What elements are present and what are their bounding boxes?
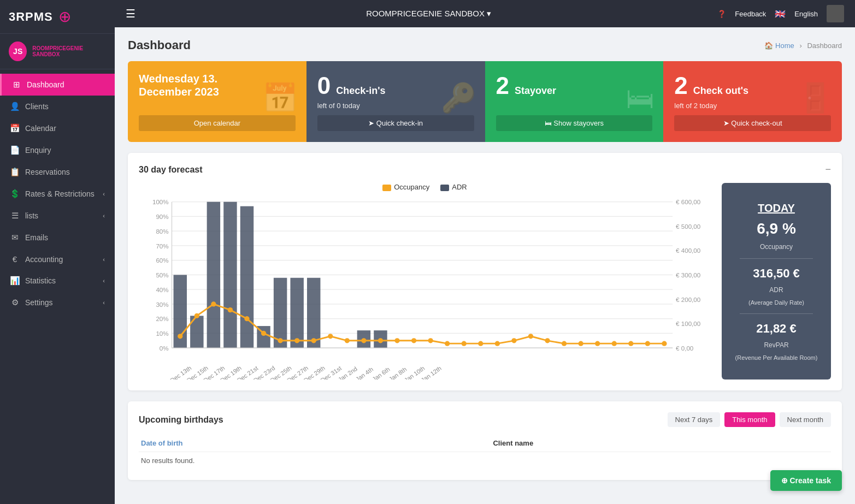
legend-label: ADR <box>452 183 467 191</box>
nav-label-reservations: Reservations <box>25 168 70 176</box>
sidebar-nav: ⊞Dashboard👤Clients📅Calendar📄Enquiry📋Rese… <box>0 69 115 504</box>
nav-icon-emails: ✉ <box>10 233 20 242</box>
user-area: JS ROOMPRICEGENIE SANDBOX <box>0 34 115 69</box>
create-task-button[interactable]: ⊕ Create task <box>770 470 842 491</box>
today-occupancy-label: Occupancy <box>760 243 793 251</box>
nav-label-accounting: Accounting <box>25 255 63 264</box>
forecast-header: 30 day forecast − <box>139 164 831 175</box>
svg-rect-36 <box>290 278 303 348</box>
nav-icon-accounting: € <box>10 254 20 264</box>
language-label[interactable]: English <box>794 10 818 18</box>
svg-text:0%: 0% <box>160 345 169 352</box>
sidebar-item-enquiry[interactable]: 📄Enquiry <box>0 139 115 161</box>
feedback-link[interactable]: Feedback <box>735 10 766 18</box>
nav-label-settings: Settings <box>25 298 53 307</box>
filter-tabs: Next 7 daysThis monthNext month <box>668 412 831 427</box>
svg-point-74 <box>428 338 433 343</box>
forecast-title: 30 day forecast <box>139 165 203 175</box>
language-flag: 🇬🇧 <box>775 9 786 19</box>
col-dob: Date of birth <box>139 435 491 452</box>
svg-text:10%: 10% <box>156 330 168 337</box>
nav-arrow-rates-restrictions: ‹ <box>103 191 105 197</box>
forecast-collapse-icon[interactable]: − <box>825 164 831 175</box>
nav-icon-calendar: 📅 <box>10 123 20 133</box>
col-name: Client name <box>491 435 831 452</box>
svg-point-66 <box>294 338 299 343</box>
chart-area: OccupancyADR 0%10%20%30%40%50%60%70%80%9… <box>139 183 711 380</box>
sidebar-item-dashboard[interactable]: ⊞Dashboard <box>0 74 115 96</box>
today-revpar-value: 21,82 € <box>756 322 796 336</box>
birthdays-header: Upcoming birthdays Next 7 daysThis month… <box>139 412 831 427</box>
sidebar-item-rates-restrictions[interactable]: 💲Rates & Restrictions‹ <box>0 183 115 205</box>
legend-item-occupancy: Occupancy <box>382 183 429 191</box>
svg-point-60 <box>194 313 199 318</box>
nav-label-rates-restrictions: Rates & Restrictions <box>25 189 95 198</box>
card-icon: 🔑 <box>441 81 476 115</box>
topbar-right: ❓ Feedback 🇬🇧 English <box>717 5 844 22</box>
card-label: Check-in's <box>336 85 385 97</box>
svg-point-67 <box>311 338 316 343</box>
nav-icon-lists: ☰ <box>10 211 20 221</box>
sidebar-item-settings[interactable]: ⚙Settings‹ <box>0 292 115 313</box>
page-title: Dashboard <box>128 38 191 52</box>
svg-point-63 <box>244 316 249 321</box>
user-org: ROOMPRICEGENIE SANDBOX <box>32 45 106 57</box>
card-link-calendar-card[interactable]: Open calendar <box>139 115 296 131</box>
breadcrumb-row: Dashboard 🏠 Home › Dashboard <box>128 38 842 52</box>
svg-point-71 <box>378 338 383 343</box>
svg-point-87 <box>645 341 650 346</box>
help-icon[interactable]: ❓ <box>717 10 726 18</box>
svg-point-77 <box>478 341 483 346</box>
nav-icon-rates-restrictions: 💲 <box>10 189 20 199</box>
content-area: Dashboard 🏠 Home › Dashboard Wednesday 1… <box>115 27 855 504</box>
sidebar-item-reservations[interactable]: 📋Reservations <box>0 161 115 183</box>
svg-text:50%: 50% <box>156 271 168 278</box>
cards-row: Wednesday 13. December 2023 📅 Open calen… <box>128 61 842 142</box>
checkins-card: 0 Check-in's left of 0 today 🔑 ➤ Quick c… <box>306 61 485 142</box>
filter-tab-next-month[interactable]: Next month <box>780 412 831 427</box>
sidebar-item-clients[interactable]: 👤Clients <box>0 96 115 117</box>
divider2 <box>740 313 813 314</box>
svg-point-70 <box>361 338 366 343</box>
card-link-checkout-card[interactable]: ➤ Quick check-out <box>674 115 831 131</box>
svg-point-78 <box>495 341 500 346</box>
forecast-body: OccupancyADR 0%10%20%30%40%50%60%70%80%9… <box>139 183 831 380</box>
sidebar-item-calendar[interactable]: 📅Calendar <box>0 117 115 139</box>
logo-text: 3RPMS <box>9 10 53 24</box>
svg-point-80 <box>528 334 533 339</box>
nav-label-dashboard: Dashboard <box>27 80 64 89</box>
card-number: 0 <box>317 72 331 99</box>
card-link-checkins-card[interactable]: ➤ Quick check-in <box>317 115 474 131</box>
main-area: ☰ ROOMPRICEGENIE SANDBOX ▾ ❓ Feedback 🇬🇧… <box>115 0 855 504</box>
forecast-section: 30 day forecast − OccupancyADR 0%10%20%3… <box>128 153 842 390</box>
filter-tab-this-month[interactable]: This month <box>724 412 775 427</box>
logo-area: 3RPMS⊕ <box>0 0 115 34</box>
sidebar-item-lists[interactable]: ☰lists‹ <box>0 205 115 227</box>
svg-text:€ 200,00: € 200,00 <box>676 296 701 303</box>
svg-point-81 <box>545 338 550 343</box>
sidebar: 3RPMS⊕ JS ROOMPRICEGENIE SANDBOX ⊞Dashbo… <box>0 0 115 504</box>
breadcrumb-home[interactable]: Home <box>775 41 794 50</box>
card-number: 2 <box>496 72 509 99</box>
sidebar-item-accounting[interactable]: €Accounting‹ <box>0 248 115 270</box>
chart-legend: OccupancyADR <box>139 183 711 191</box>
sidebar-item-statistics[interactable]: 📊Statistics‹ <box>0 270 115 292</box>
svg-point-73 <box>411 338 416 343</box>
hamburger-icon[interactable]: ☰ <box>126 7 135 20</box>
filter-tab-next-7-days[interactable]: Next 7 days <box>668 412 721 427</box>
svg-point-76 <box>462 341 467 346</box>
calendar-card: Wednesday 13. December 2023 📅 Open calen… <box>128 61 306 142</box>
profile-button[interactable] <box>827 5 844 22</box>
today-adr-label: ADR <box>769 286 783 294</box>
sidebar-item-emails[interactable]: ✉Emails <box>0 227 115 248</box>
nav-icon-reservations: 📋 <box>10 167 20 177</box>
divider1 <box>740 258 813 259</box>
card-icon: 🚪 <box>798 81 833 115</box>
legend-color <box>382 185 391 191</box>
birthdays-section: Upcoming birthdays Next 7 daysThis month… <box>128 401 842 480</box>
nav-label-emails: Emails <box>25 233 48 242</box>
card-link-stayover-card[interactable]: 🛏 Show stayovers <box>496 115 653 131</box>
svg-text:€ 600,00: € 600,00 <box>676 198 701 205</box>
svg-text:90%: 90% <box>156 213 168 220</box>
svg-point-62 <box>228 307 233 312</box>
